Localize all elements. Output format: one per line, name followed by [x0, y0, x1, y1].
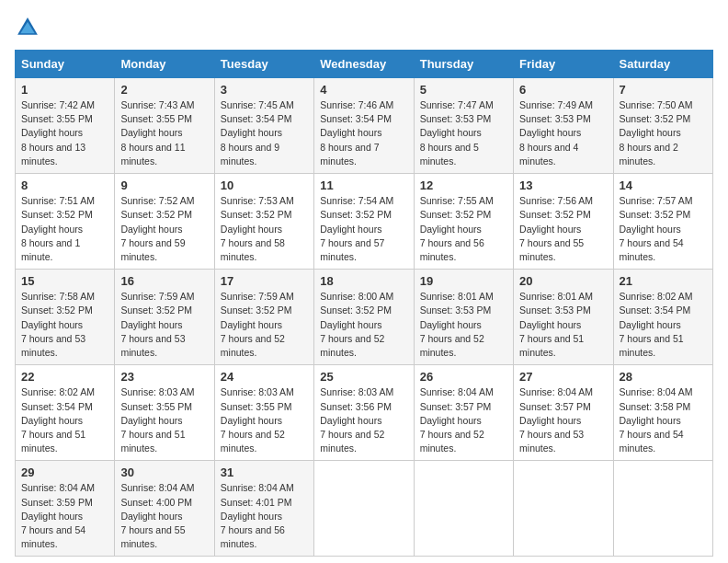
day-number: 25	[320, 370, 407, 384]
day-number: 27	[519, 370, 607, 384]
calendar-cell	[514, 461, 613, 557]
column-header-tuesday: Tuesday	[214, 51, 313, 78]
day-info: Sunrise: 7:55 AMSunset: 3:52 PMDaylight …	[420, 194, 507, 264]
day-info: Sunrise: 8:03 AMSunset: 3:56 PMDaylight …	[320, 385, 407, 455]
day-info: Sunrise: 7:47 AMSunset: 3:53 PMDaylight …	[420, 98, 507, 168]
day-number: 10	[221, 178, 308, 192]
calendar-cell: 2Sunrise: 7:43 AMSunset: 3:55 PMDaylight…	[115, 78, 214, 174]
day-info: Sunrise: 8:04 AMSunset: 3:57 PMDaylight …	[519, 385, 607, 455]
day-number: 9	[120, 178, 208, 192]
day-info: Sunrise: 7:51 AMSunset: 3:52 PMDaylight …	[21, 194, 108, 264]
column-header-friday: Friday	[514, 51, 613, 78]
calendar-cell: 5Sunrise: 7:47 AMSunset: 3:53 PMDaylight…	[414, 78, 513, 174]
day-info: Sunrise: 7:54 AMSunset: 3:52 PMDaylight …	[320, 194, 407, 264]
day-number: 12	[420, 178, 507, 192]
calendar-cell: 14Sunrise: 7:57 AMSunset: 3:52 PMDayligh…	[613, 174, 712, 270]
logo	[15, 15, 44, 40]
calendar-cell: 28Sunrise: 8:04 AMSunset: 3:58 PMDayligh…	[613, 365, 712, 461]
calendar-cell: 21Sunrise: 8:02 AMSunset: 3:54 PMDayligh…	[613, 270, 712, 365]
day-number: 14	[620, 178, 707, 192]
day-info: Sunrise: 7:52 AMSunset: 3:52 PMDaylight …	[120, 194, 208, 264]
calendar-cell: 12Sunrise: 7:55 AMSunset: 3:52 PMDayligh…	[414, 174, 513, 270]
day-info: Sunrise: 8:00 AMSunset: 3:52 PMDaylight …	[320, 290, 407, 360]
day-info: Sunrise: 7:56 AMSunset: 3:52 PMDaylight …	[519, 194, 607, 264]
calendar-week-5: 29Sunrise: 8:04 AMSunset: 3:59 PMDayligh…	[16, 461, 713, 557]
day-number: 21	[620, 274, 707, 288]
calendar-cell: 16Sunrise: 7:59 AMSunset: 3:52 PMDayligh…	[115, 270, 214, 365]
calendar-table: SundayMondayTuesdayWednesdayThursdayFrid…	[15, 50, 713, 557]
day-number: 29	[21, 465, 108, 479]
calendar-cell: 26Sunrise: 8:04 AMSunset: 3:57 PMDayligh…	[414, 365, 513, 461]
calendar-cell: 18Sunrise: 8:00 AMSunset: 3:52 PMDayligh…	[314, 270, 414, 365]
day-number: 26	[420, 370, 507, 384]
day-number: 31	[221, 465, 308, 479]
page-header	[15, 15, 713, 40]
calendar-cell	[613, 461, 712, 557]
calendar-cell: 4Sunrise: 7:46 AMSunset: 3:54 PMDaylight…	[314, 78, 414, 174]
day-info: Sunrise: 8:01 AMSunset: 3:53 PMDaylight …	[420, 290, 507, 360]
calendar-week-1: 1Sunrise: 7:42 AMSunset: 3:55 PMDaylight…	[16, 78, 713, 174]
column-header-sunday: Sunday	[16, 51, 115, 78]
day-number: 7	[620, 83, 707, 97]
calendar-cell: 30Sunrise: 8:04 AMSunset: 4:00 PMDayligh…	[115, 461, 214, 557]
day-number: 23	[120, 370, 208, 384]
calendar-cell	[414, 461, 513, 557]
day-number: 17	[221, 274, 308, 288]
day-info: Sunrise: 8:03 AMSunset: 3:55 PMDaylight …	[221, 385, 308, 455]
day-number: 19	[420, 274, 507, 288]
day-info: Sunrise: 8:04 AMSunset: 3:59 PMDaylight …	[21, 481, 108, 551]
day-number: 20	[519, 274, 607, 288]
calendar-cell: 19Sunrise: 8:01 AMSunset: 3:53 PMDayligh…	[414, 270, 513, 365]
day-info: Sunrise: 8:03 AMSunset: 3:55 PMDaylight …	[120, 385, 208, 455]
day-number: 15	[21, 274, 108, 288]
day-info: Sunrise: 7:53 AMSunset: 3:52 PMDaylight …	[221, 194, 308, 264]
column-header-saturday: Saturday	[613, 51, 712, 78]
calendar-cell: 29Sunrise: 8:04 AMSunset: 3:59 PMDayligh…	[16, 461, 115, 557]
calendar-cell: 9Sunrise: 7:52 AMSunset: 3:52 PMDaylight…	[115, 174, 214, 270]
calendar-cell: 17Sunrise: 7:59 AMSunset: 3:52 PMDayligh…	[214, 270, 313, 365]
day-number: 24	[221, 370, 308, 384]
day-info: Sunrise: 7:46 AMSunset: 3:54 PMDaylight …	[320, 98, 407, 168]
day-number: 6	[519, 83, 607, 97]
day-number: 1	[21, 83, 108, 97]
calendar-week-3: 15Sunrise: 7:58 AMSunset: 3:52 PMDayligh…	[16, 270, 713, 365]
calendar-cell: 22Sunrise: 8:02 AMSunset: 3:54 PMDayligh…	[16, 365, 115, 461]
calendar-cell: 3Sunrise: 7:45 AMSunset: 3:54 PMDaylight…	[214, 78, 313, 174]
calendar-cell: 25Sunrise: 8:03 AMSunset: 3:56 PMDayligh…	[314, 365, 414, 461]
day-number: 3	[221, 83, 308, 97]
day-number: 8	[21, 178, 108, 192]
day-info: Sunrise: 8:04 AMSunset: 4:00 PMDaylight …	[120, 481, 208, 551]
day-number: 30	[120, 465, 208, 479]
calendar-cell: 8Sunrise: 7:51 AMSunset: 3:52 PMDaylight…	[16, 174, 115, 270]
day-number: 28	[620, 370, 707, 384]
calendar-cell: 10Sunrise: 7:53 AMSunset: 3:52 PMDayligh…	[214, 174, 313, 270]
calendar-week-2: 8Sunrise: 7:51 AMSunset: 3:52 PMDaylight…	[16, 174, 713, 270]
day-info: Sunrise: 8:02 AMSunset: 3:54 PMDaylight …	[21, 385, 108, 455]
calendar-week-4: 22Sunrise: 8:02 AMSunset: 3:54 PMDayligh…	[16, 365, 713, 461]
day-info: Sunrise: 8:04 AMSunset: 4:01 PMDaylight …	[221, 481, 308, 551]
day-number: 16	[120, 274, 208, 288]
day-number: 22	[21, 370, 108, 384]
day-info: Sunrise: 8:04 AMSunset: 3:57 PMDaylight …	[420, 385, 507, 455]
logo-icon	[15, 15, 40, 40]
day-number: 13	[519, 178, 607, 192]
calendar-cell: 24Sunrise: 8:03 AMSunset: 3:55 PMDayligh…	[214, 365, 313, 461]
calendar-cell: 1Sunrise: 7:42 AMSunset: 3:55 PMDaylight…	[16, 78, 115, 174]
day-info: Sunrise: 7:43 AMSunset: 3:55 PMDaylight …	[120, 98, 208, 168]
calendar-cell: 6Sunrise: 7:49 AMSunset: 3:53 PMDaylight…	[514, 78, 613, 174]
calendar-cell: 11Sunrise: 7:54 AMSunset: 3:52 PMDayligh…	[314, 174, 414, 270]
day-number: 11	[320, 178, 407, 192]
day-info: Sunrise: 7:45 AMSunset: 3:54 PMDaylight …	[221, 98, 308, 168]
day-number: 5	[420, 83, 507, 97]
day-info: Sunrise: 7:49 AMSunset: 3:53 PMDaylight …	[519, 98, 607, 168]
day-number: 4	[320, 83, 407, 97]
day-info: Sunrise: 8:02 AMSunset: 3:54 PMDaylight …	[620, 290, 707, 360]
day-info: Sunrise: 8:04 AMSunset: 3:58 PMDaylight …	[620, 385, 707, 455]
day-info: Sunrise: 7:57 AMSunset: 3:52 PMDaylight …	[620, 194, 707, 264]
calendar-cell	[314, 461, 414, 557]
day-info: Sunrise: 7:59 AMSunset: 3:52 PMDaylight …	[221, 290, 308, 360]
calendar-cell: 27Sunrise: 8:04 AMSunset: 3:57 PMDayligh…	[514, 365, 613, 461]
calendar-cell: 15Sunrise: 7:58 AMSunset: 3:52 PMDayligh…	[16, 270, 115, 365]
calendar-cell: 31Sunrise: 8:04 AMSunset: 4:01 PMDayligh…	[214, 461, 313, 557]
calendar-cell: 23Sunrise: 8:03 AMSunset: 3:55 PMDayligh…	[115, 365, 214, 461]
